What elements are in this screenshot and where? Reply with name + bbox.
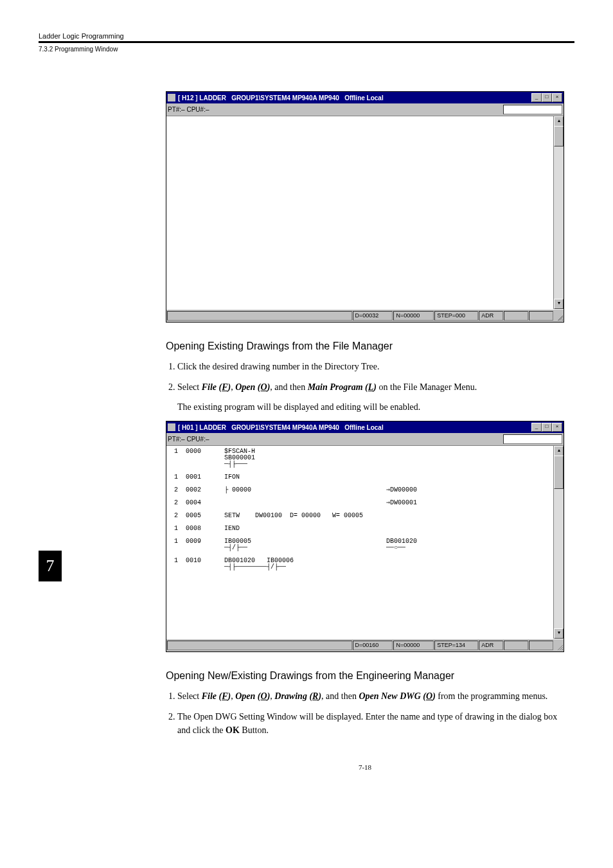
maximize-button[interactable]: □ (542, 423, 552, 432)
vertical-scrollbar[interactable]: ▴ ▾ (553, 116, 564, 309)
toolbar: PT#:– CPU#:– (166, 103, 564, 116)
section-title: Ladder Logic Programming (39, 32, 574, 40)
close-button[interactable]: × (552, 93, 562, 102)
minimize-button[interactable]: _ (531, 93, 542, 102)
chapter-tab: 7 (39, 551, 62, 581)
status-bar: D=00032 N=00000 STEP=000 ADR (166, 309, 564, 322)
status-adr: ADR (479, 311, 503, 321)
page-number: 7-18 (166, 763, 564, 771)
titlebar[interactable]: [ H01 ] LADDER GROUP1\SYSTEM4 MP940A MP9… (166, 421, 564, 433)
scroll-thumb[interactable] (554, 126, 564, 146)
status-spacer (167, 311, 352, 321)
ladder-window-populated: [ H01 ] LADDER GROUP1\SYSTEM4 MP940A MP9… (166, 421, 564, 652)
scroll-up-icon[interactable]: ▴ (554, 446, 564, 456)
maximize-button[interactable]: □ (542, 93, 552, 102)
close-button[interactable]: × (552, 423, 562, 432)
minimize-button[interactable]: _ (531, 423, 542, 432)
step-item: Select File (F), Open (O), and then Main… (177, 380, 564, 414)
ladder-canvas[interactable]: ▴ ▾ (166, 116, 564, 309)
step-item: The Open DWG Setting Window will be disp… (177, 710, 564, 738)
toolbar-field[interactable] (503, 434, 562, 444)
vertical-scrollbar[interactable]: ▴ ▾ (553, 446, 564, 639)
pt-cpu-label: PT#:– CPU#:– (168, 106, 209, 113)
status-step: STEP=000 (434, 311, 478, 321)
window-icon (168, 94, 175, 102)
pt-cpu-label: PT#:– CPU#:– (168, 436, 209, 443)
status-empty2 (529, 311, 553, 321)
status-empty2 (529, 641, 553, 650)
step-item: Select File (F), Open (O), Drawing (R), … (177, 689, 564, 704)
status-n: N=00000 (393, 641, 434, 650)
status-step: STEP=134 (434, 641, 478, 650)
window-title: [ H01 ] LADDER GROUP1\SYSTEM4 MP940A MP9… (178, 424, 531, 431)
ladder-window-empty: [ H12 ] LADDER GROUP1\SYSTEM4 MP940A MP9… (166, 91, 564, 323)
status-empty1 (504, 641, 528, 650)
step-item: Click the desired drawing number in the … (177, 360, 564, 374)
status-d: D=00032 (353, 311, 393, 321)
ladder-canvas[interactable]: 1 0000 $FSCAN-H SB000001 ─┤├─── 1 0001 I… (166, 446, 564, 639)
heading-opening-new-existing: Opening New/Existing Drawings from the E… (166, 670, 564, 682)
status-n: N=00000 (393, 311, 434, 321)
step-note: The existing program will be displayed a… (177, 400, 564, 414)
resize-grip-icon[interactable] (554, 312, 563, 321)
titlebar[interactable]: [ H12 ] LADDER GROUP1\SYSTEM4 MP940A MP9… (166, 92, 564, 103)
resize-grip-icon[interactable] (554, 641, 563, 650)
ladder-program: 1 0000 $FSCAN-H SB000001 ─┤├─── 1 0001 I… (166, 446, 564, 577)
scroll-down-icon[interactable]: ▾ (554, 299, 564, 309)
heading-opening-existing: Opening Existing Drawings from the File … (166, 341, 564, 352)
status-adr: ADR (479, 641, 503, 650)
status-spacer (167, 641, 352, 650)
header-rule (39, 41, 574, 43)
toolbar-field[interactable] (503, 105, 562, 114)
subsection-label: 7.3.2 Programming Window (39, 46, 574, 53)
scroll-up-icon[interactable]: ▴ (554, 116, 564, 127)
status-empty1 (504, 311, 528, 321)
window-icon (168, 423, 175, 431)
scroll-down-icon[interactable]: ▾ (554, 628, 564, 639)
steps-list-2: Select File (F), Open (O), Drawing (R), … (177, 689, 564, 738)
scroll-thumb[interactable] (554, 456, 564, 489)
status-bar: D=00160 N=00000 STEP=134 ADR (166, 639, 564, 651)
steps-list-1: Click the desired drawing number in the … (177, 360, 564, 414)
window-title: [ H12 ] LADDER GROUP1\SYSTEM4 MP940A MP9… (178, 94, 531, 102)
toolbar: PT#:– CPU#:– (166, 433, 564, 446)
status-d: D=00160 (353, 641, 393, 650)
